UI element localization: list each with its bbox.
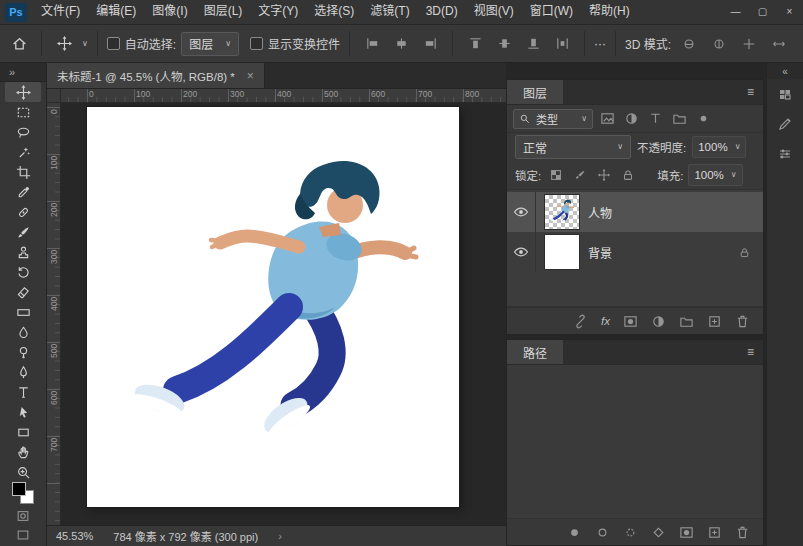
healing-brush-tool[interactable] — [5, 202, 41, 222]
clone-stamp-tool[interactable] — [5, 242, 41, 262]
blur-tool[interactable] — [5, 322, 41, 342]
brushes-panel-button[interactable] — [767, 109, 803, 139]
status-chevron-icon[interactable]: › — [278, 530, 282, 542]
pan-3d-button[interactable] — [736, 31, 762, 57]
canvas-scroll-area[interactable] — [61, 103, 506, 525]
lasso-tool[interactable] — [5, 122, 41, 142]
menu-item[interactable]: 文字(Y) — [250, 0, 306, 24]
gradient-tool[interactable] — [5, 302, 41, 322]
stroke-path-button[interactable] — [595, 525, 610, 540]
filter-type-button[interactable] — [645, 109, 665, 129]
hand-tool[interactable] — [5, 442, 41, 462]
chevron-down-icon[interactable]: ∨ — [82, 40, 88, 48]
make-work-path-button[interactable] — [651, 525, 666, 540]
maximize-button[interactable]: ▢ — [749, 0, 776, 24]
layer-row-character[interactable]: 人物 — [507, 192, 763, 232]
align-bottom-button[interactable] — [520, 31, 546, 57]
layer-thumbnail[interactable] — [545, 235, 579, 269]
panel-menu-icon[interactable]: ≡ — [738, 340, 763, 364]
menu-item[interactable]: 文件(F) — [33, 0, 88, 24]
color-swatches[interactable] — [12, 482, 34, 504]
filter-adjustment-button[interactable] — [621, 109, 641, 129]
lock-all-button[interactable] — [618, 165, 638, 185]
align-left-button[interactable] — [359, 31, 385, 57]
tool-preset-move[interactable] — [51, 31, 77, 57]
layer-thumbnail[interactable] — [545, 195, 579, 229]
menu-item[interactable]: 图层(L) — [196, 0, 251, 24]
pen-tool[interactable] — [5, 362, 41, 382]
brush-tool[interactable] — [5, 222, 41, 242]
auto-select-target-dropdown[interactable]: 图层 ∨ — [181, 32, 239, 56]
tab-layers[interactable]: 图层 — [507, 80, 563, 104]
opacity-field[interactable]: 100% ∨ — [692, 136, 746, 158]
screen-mode-button[interactable] — [16, 527, 30, 543]
menu-item[interactable]: 窗口(W) — [522, 0, 581, 24]
menu-item[interactable]: 图像(I) — [144, 0, 195, 24]
shape-tool[interactable] — [5, 422, 41, 442]
filter-pixel-button[interactable] — [597, 109, 617, 129]
canvas[interactable] — [87, 107, 459, 507]
filter-type-dropdown[interactable]: 类型 ∨ — [513, 109, 593, 129]
add-mask-button[interactable] — [623, 314, 638, 329]
more-options-button[interactable]: ··· — [594, 37, 606, 51]
tab-paths[interactable]: 路径 — [507, 340, 563, 364]
visibility-toggle[interactable] — [507, 192, 536, 232]
new-path-button[interactable] — [707, 525, 722, 540]
filter-toggle-button[interactable] — [693, 109, 713, 129]
zoom-level-field[interactable]: 45.53% — [56, 530, 93, 542]
align-middle-button[interactable] — [491, 31, 517, 57]
toolbar-expand-button[interactable]: » — [0, 63, 46, 82]
layer-style-button[interactable]: fx — [601, 315, 610, 327]
photoshop-logo[interactable]: Ps — [5, 3, 27, 22]
add-mask-button[interactable] — [679, 525, 694, 540]
menu-item[interactable]: 滤镜(T) — [362, 0, 417, 24]
fill-path-button[interactable] — [567, 525, 582, 540]
delete-layer-button[interactable] — [735, 314, 750, 329]
minimize-button[interactable]: — — [722, 0, 749, 24]
auto-select-checkbox[interactable] — [107, 37, 120, 50]
layer-name[interactable]: 人物 — [588, 204, 612, 221]
expand-panels-button[interactable]: « — [767, 63, 803, 79]
scale-3d-button[interactable] — [796, 31, 803, 57]
blend-mode-dropdown[interactable]: 正常 ∨ — [515, 135, 631, 159]
show-transform-checkbox[interactable] — [250, 37, 263, 50]
orbit-3d-button[interactable] — [676, 31, 702, 57]
dodge-tool[interactable] — [5, 342, 41, 362]
menu-item[interactable]: 视图(V) — [466, 0, 522, 24]
lock-pixels-button[interactable] — [570, 165, 590, 185]
layer-row-background[interactable]: 背景 — [507, 232, 763, 272]
new-layer-button[interactable] — [707, 314, 722, 329]
slide-3d-button[interactable] — [766, 31, 792, 57]
eraser-tool[interactable] — [5, 282, 41, 302]
load-selection-button[interactable] — [623, 525, 638, 540]
marquee-tool[interactable] — [5, 102, 41, 122]
visibility-toggle[interactable] — [507, 232, 536, 272]
history-brush-tool[interactable] — [5, 262, 41, 282]
properties-panel-button[interactable] — [767, 139, 803, 169]
filter-shape-button[interactable] — [669, 109, 689, 129]
align-top-button[interactable] — [462, 31, 488, 57]
menu-item[interactable]: 帮助(H) — [581, 0, 638, 24]
object-selection-tool[interactable] — [5, 142, 41, 162]
fill-field[interactable]: 100% ∨ — [688, 164, 742, 186]
document-tab[interactable]: 未标题-1 @ 45.5% (人物, RGB/8) * × — [47, 63, 265, 88]
link-layers-button[interactable] — [573, 314, 588, 329]
tab-close-icon[interactable]: × — [247, 69, 254, 83]
zoom-tool[interactable] — [5, 462, 41, 482]
roll-3d-button[interactable] — [706, 31, 732, 57]
delete-path-button[interactable] — [735, 525, 750, 540]
foreground-color-swatch[interactable] — [12, 482, 26, 496]
move-tool[interactable] — [5, 82, 41, 102]
crop-tool[interactable] — [5, 162, 41, 182]
type-tool[interactable] — [5, 382, 41, 402]
adjustment-layer-button[interactable] — [651, 314, 666, 329]
path-selection-tool[interactable] — [5, 402, 41, 422]
distribute-button[interactable] — [549, 31, 575, 57]
layer-name[interactable]: 背景 — [588, 244, 612, 261]
eyedropper-tool[interactable] — [5, 182, 41, 202]
menu-item[interactable]: 选择(S) — [306, 0, 362, 24]
lock-position-button[interactable] — [594, 165, 614, 185]
close-button[interactable]: × — [776, 0, 803, 24]
color-panel-button[interactable] — [767, 79, 803, 109]
align-right-button[interactable] — [417, 31, 443, 57]
